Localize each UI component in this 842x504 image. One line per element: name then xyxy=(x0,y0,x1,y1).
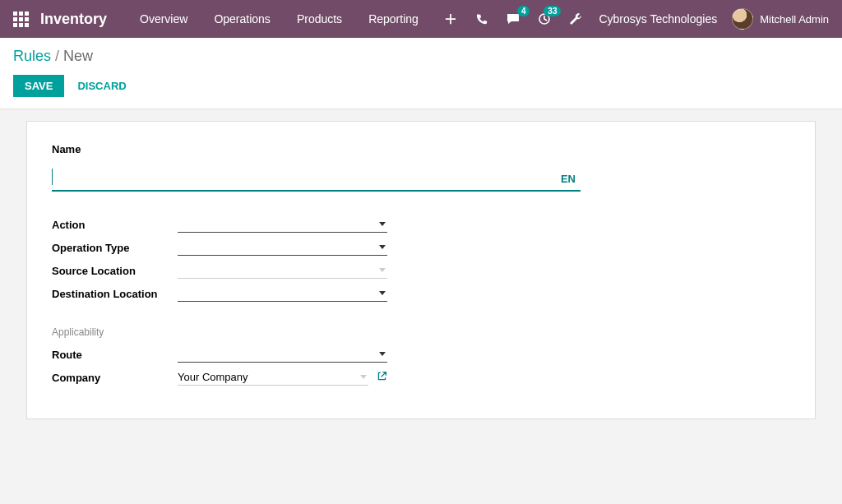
wrench-icon[interactable] xyxy=(567,11,584,27)
sheet-bg: Name EN Action Operation Type Source Loc… xyxy=(0,109,842,431)
chat-badge: 4 xyxy=(517,6,530,16)
breadcrumb-sep: / xyxy=(55,48,59,64)
brand-title[interactable]: Inventory xyxy=(40,11,107,28)
srcloc-select[interactable] xyxy=(178,262,387,279)
field-name: Name EN xyxy=(52,143,790,192)
company-label: Company xyxy=(52,372,178,384)
save-button[interactable]: Save xyxy=(13,75,64,97)
action-input[interactable] xyxy=(178,217,387,231)
name-input[interactable] xyxy=(53,160,556,185)
optype-label: Operation Type xyxy=(52,242,178,254)
avatar xyxy=(732,8,753,30)
dstloc-input[interactable] xyxy=(178,286,387,300)
route-label: Route xyxy=(52,349,178,361)
nav-left: Inventory Overview Operations Products R… xyxy=(13,0,432,38)
discard-button[interactable]: Discard xyxy=(69,75,134,97)
company-switcher[interactable]: Cybrosys Technologies xyxy=(599,12,717,25)
field-grid-1: Action Operation Type Source Location De… xyxy=(52,216,790,302)
button-row: Save Discard xyxy=(13,75,829,97)
nav-item-reporting[interactable]: Reporting xyxy=(355,0,432,38)
optype-select[interactable] xyxy=(178,239,387,256)
action-label: Action xyxy=(52,219,178,231)
phone-icon[interactable] xyxy=(474,11,490,27)
navbar: Inventory Overview Operations Products R… xyxy=(0,0,842,38)
dstloc-select[interactable] xyxy=(178,285,387,302)
user-name: Mitchell Admin xyxy=(760,13,829,25)
name-input-row: EN xyxy=(52,160,581,192)
breadcrumb-root[interactable]: Rules xyxy=(13,48,51,64)
nav-item-overview[interactable]: Overview xyxy=(127,0,201,38)
control-panel: Rules / New Save Discard xyxy=(0,38,842,109)
field-grid-2: Route Company xyxy=(52,346,790,386)
user-menu[interactable]: Mitchell Admin xyxy=(732,8,829,30)
nav-right: 4 33 Cybrosys Technologies Mitchell Admi… xyxy=(442,8,829,30)
nav-item-operations[interactable]: Operations xyxy=(201,0,283,38)
breadcrumb-current: New xyxy=(63,48,93,64)
srcloc-label: Source Location xyxy=(52,265,178,277)
company-row xyxy=(178,369,387,386)
route-input[interactable] xyxy=(178,347,387,361)
name-label: Name xyxy=(52,143,790,155)
srcloc-input[interactable] xyxy=(178,263,387,277)
action-select[interactable] xyxy=(178,216,387,233)
activity-badge: 33 xyxy=(544,6,561,16)
optype-input[interactable] xyxy=(178,240,387,254)
chat-icon[interactable]: 4 xyxy=(505,11,521,27)
external-link-icon[interactable] xyxy=(377,371,387,384)
company-select[interactable] xyxy=(178,369,368,386)
breadcrumb: Rules / New xyxy=(13,48,829,65)
section-applicability: Applicability xyxy=(52,326,790,338)
apps-icon[interactable] xyxy=(13,12,29,27)
translate-button[interactable]: EN xyxy=(556,173,581,185)
clock-icon[interactable]: 33 xyxy=(536,11,553,27)
plus-icon[interactable] xyxy=(442,11,459,27)
company-input[interactable] xyxy=(178,370,368,384)
route-select[interactable] xyxy=(178,346,387,363)
dstloc-label: Destination Location xyxy=(52,288,178,300)
form-sheet: Name EN Action Operation Type Source Loc… xyxy=(26,121,816,419)
nav-item-products[interactable]: Products xyxy=(284,0,355,38)
